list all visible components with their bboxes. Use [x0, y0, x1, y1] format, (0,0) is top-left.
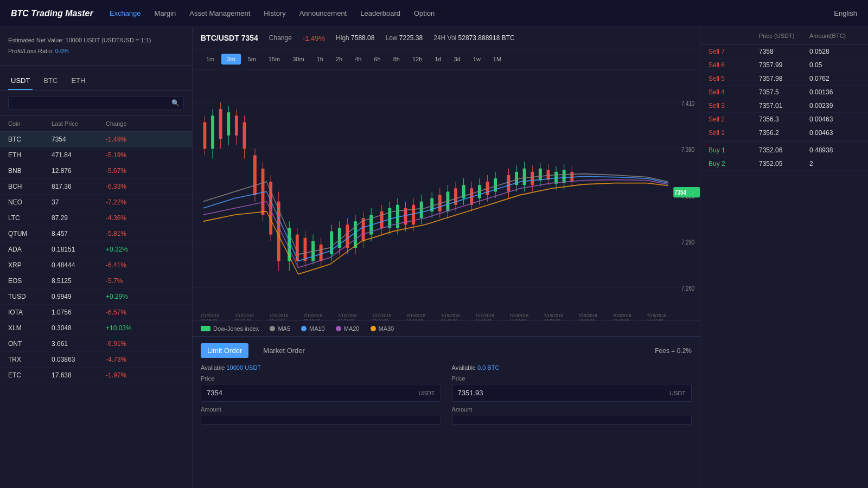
- nav-history[interactable]: History: [264, 9, 285, 17]
- coin-row-ada[interactable]: ADA 0.18151 +0.32%: [0, 242, 192, 258]
- ob-sell-6[interactable]: Sell 6 7357.99 0.05: [700, 59, 868, 72]
- buy-price-input[interactable]: 7354 USDT: [201, 384, 441, 402]
- sell-label-3: Sell 3: [709, 102, 759, 110]
- language-selector[interactable]: English: [834, 9, 857, 17]
- coin-change: -1.49%: [106, 136, 155, 143]
- coin-row-xlm[interactable]: XLM 0.3048 +10.03%: [0, 320, 192, 336]
- coin-price: 0.3048: [52, 324, 106, 332]
- chart-low: Low 7225.38: [385, 34, 423, 42]
- coin-name: BCH: [8, 183, 52, 190]
- time-tab-1w[interactable]: 1w: [468, 54, 486, 65]
- search-wrapper: 🔍: [8, 96, 184, 110]
- coin-change: +10.03%: [106, 324, 155, 332]
- ob-sell-2[interactable]: Sell 2 7356.3 0.00463: [700, 113, 868, 126]
- coin-price: 17.638: [52, 371, 106, 379]
- time-tab-3m[interactable]: 3m: [221, 54, 240, 65]
- coin-price: 817.36: [52, 183, 106, 190]
- time-tab-2h[interactable]: 2h: [330, 54, 348, 65]
- time-tab-15m[interactable]: 15m: [263, 54, 285, 65]
- ob-sell-5[interactable]: Sell 5 7357.98 0.0762: [700, 72, 868, 86]
- time-tab-1M[interactable]: 1M: [488, 54, 507, 65]
- time-tab-5m[interactable]: 5m: [242, 54, 261, 65]
- ob-buy-1[interactable]: Buy 1 7352.06 0.48938: [700, 144, 868, 157]
- coin-row-btc[interactable]: BTC 7354 -1.49%: [0, 132, 192, 147]
- nav-option[interactable]: Option: [414, 9, 435, 17]
- coin-row-etc[interactable]: ETC 17.638 -1.97%: [0, 368, 192, 383]
- order-columns: Available 10000 USDT Price 7354 USDT Amo…: [201, 364, 692, 429]
- svg-text:11:18:00: 11:18:00: [475, 318, 492, 320]
- tab-market-order[interactable]: Market Order: [257, 343, 311, 358]
- ob-sell-3[interactable]: Sell 3 7357.01 0.00239: [700, 99, 868, 113]
- coin-row-ont[interactable]: ONT 3.661 -6.91%: [0, 336, 192, 352]
- buy-amount-1: 0.48938: [809, 146, 860, 154]
- coin-row-ltc[interactable]: LTC 87.29 -4.36%: [0, 210, 192, 226]
- search-input[interactable]: [8, 96, 184, 110]
- coin-row-trx[interactable]: TRX 0.03863 -4.73%: [0, 352, 192, 368]
- coin-name: QTUM: [8, 230, 52, 237]
- tab-eth[interactable]: ETH: [68, 72, 88, 90]
- time-tab-6h[interactable]: 6h: [368, 54, 386, 65]
- time-tab-30m[interactable]: 30m: [287, 54, 309, 65]
- buy-amount-input[interactable]: [201, 415, 441, 425]
- coin-change: -6.33%: [106, 183, 155, 190]
- chart-change-label: Change: [269, 34, 292, 42]
- coin-name: TRX: [8, 356, 52, 363]
- coin-row-iota[interactable]: IOTA 1.0756 -6.57%: [0, 305, 192, 320]
- fees-info: Fees = 0.2%: [655, 347, 692, 355]
- coin-name: BTC: [8, 136, 52, 143]
- sell-amount-4: 0.00136: [809, 88, 860, 96]
- coin-price: 1.0756: [52, 309, 106, 316]
- tab-limit-order[interactable]: Limit Order: [201, 343, 248, 358]
- time-tab-1h[interactable]: 1h: [311, 54, 329, 65]
- coin-row-bnb[interactable]: BNB 12.876 -5.67%: [0, 163, 192, 179]
- coin-price: 87.29: [52, 214, 106, 222]
- svg-text:08:54:00: 08:54:00: [338, 318, 354, 320]
- coin-row-tusd[interactable]: TUSD 0.9949 +0.29%: [0, 289, 192, 305]
- nav-margin[interactable]: Margin: [155, 9, 176, 17]
- nav-announcement[interactable]: Announcement: [299, 9, 347, 17]
- chart-high: High 7588.08: [336, 34, 374, 42]
- time-tab-4h[interactable]: 4h: [349, 54, 367, 65]
- coin-list: BTC 7354 -1.49% ETH 471.84 -5.19% BNB 12…: [0, 132, 192, 488]
- ma-5: MA5: [270, 325, 290, 332]
- nav-leaderboard[interactable]: Leaderboard: [360, 9, 400, 17]
- time-tab-8h[interactable]: 8h: [388, 54, 405, 65]
- ob-sell-1[interactable]: Sell 1 7356.2 0.00463: [700, 126, 868, 140]
- sell-price-input[interactable]: 7351.93 USDT: [452, 384, 692, 402]
- coin-name: BNB: [8, 167, 52, 175]
- coin-row-xrp[interactable]: XRP 0.48444 -6.41%: [0, 258, 192, 273]
- sell-price-6: 7357.99: [759, 61, 809, 69]
- coin-row-neo[interactable]: NEO 37 -7.22%: [0, 195, 192, 210]
- ob-sell-7[interactable]: Sell 7 7358 0.0528: [700, 45, 868, 59]
- time-tab-3d[interactable]: 3d: [449, 54, 466, 65]
- order-panel: Limit Order Market Order Fees = 0.2% Ava…: [193, 336, 700, 488]
- estimated-net-value: Estimated Net Value: 10000 USDT (USDT/US…: [8, 35, 184, 46]
- coin-name: ETC: [8, 371, 52, 379]
- coin-row-bch[interactable]: BCH 817.36 -6.33%: [0, 179, 192, 195]
- coin-row-eos[interactable]: EOS 8.5125 -5.7%: [0, 273, 192, 289]
- dji-label: Dow-Jones index: [213, 325, 259, 332]
- sell-amount-input[interactable]: [452, 415, 692, 425]
- coin-row-eth[interactable]: ETH 471.84 -5.19%: [0, 147, 192, 163]
- brand-logo: BTC Trading Master: [11, 9, 93, 18]
- dji-dot: [201, 326, 210, 331]
- ob-sell-4[interactable]: Sell 4 7357.5 0.00136: [700, 86, 868, 99]
- tab-btc[interactable]: BTC: [41, 72, 60, 90]
- coin-price: 0.9949: [52, 293, 106, 300]
- coin-change: -5.7%: [106, 277, 155, 285]
- nav-exchange[interactable]: Exchange: [110, 9, 141, 17]
- time-tab-12h[interactable]: 12h: [407, 54, 427, 65]
- nav-asset-management[interactable]: Asset Management: [189, 9, 250, 17]
- time-tab-1d[interactable]: 1d: [429, 54, 446, 65]
- chart-change-value: -1.49%: [303, 34, 325, 42]
- svg-text:7,410: 7,410: [681, 100, 694, 107]
- time-tab-1m[interactable]: 1m: [201, 54, 220, 65]
- ob-buy-2[interactable]: Buy 2 7352.05 2: [700, 157, 868, 171]
- sell-price-unit: USDT: [669, 390, 686, 396]
- search-container: 🔍: [0, 91, 192, 116]
- coin-change: -4.73%: [106, 356, 155, 363]
- coin-row-qtum[interactable]: QTUM 8.457 -5.81%: [0, 226, 192, 242]
- sell-label-5: Sell 5: [709, 75, 759, 82]
- tab-usdt[interactable]: USDT: [8, 72, 33, 90]
- sell-price-value: 7351.93: [458, 389, 483, 397]
